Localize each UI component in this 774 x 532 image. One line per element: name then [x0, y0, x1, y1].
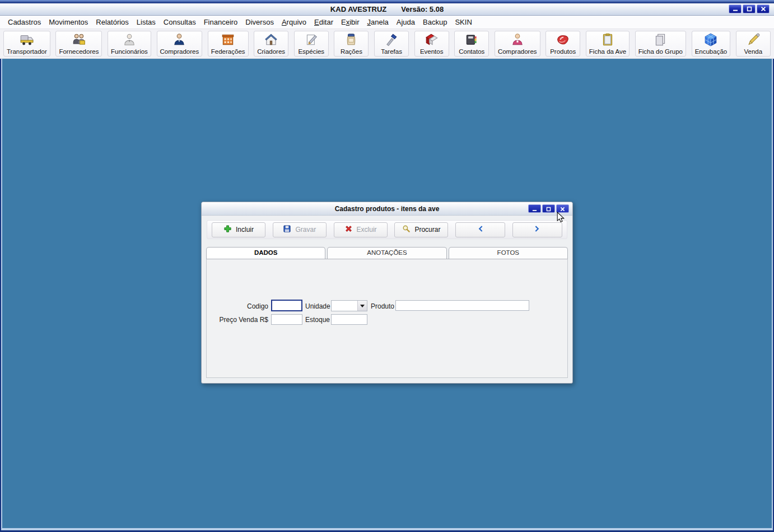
contacts-book-icon [464, 32, 479, 47]
main-window-title: KAD AVESTRUZVersão: 5.08 [0, 5, 774, 13]
toolbar-button-transportador[interactable]: Transportador [3, 31, 50, 57]
menu-item-backup[interactable]: Backup [419, 16, 451, 28]
sheets-icon [653, 32, 668, 47]
unidade-dropdown-button[interactable] [357, 301, 367, 311]
toolbar-button-ficha-da-ave[interactable]: Ficha da Ave [586, 31, 630, 57]
desktop-area: Cadastro produtos - itens da ave Incluir [1, 59, 773, 530]
menu-item-janela[interactable]: Janela [363, 16, 393, 28]
employee-icon [122, 32, 137, 47]
produto-input[interactable] [395, 300, 529, 311]
toolbar-button-label: Tarefas [381, 48, 402, 55]
toolbar-button-label: Compradores [160, 48, 199, 55]
menu-item-editar[interactable]: Editar [310, 16, 337, 28]
main-toolbar: TransportadorFornecedoresFuncionáriosCom… [0, 29, 774, 59]
menu-item-cadastros[interactable]: Cadastros [4, 16, 45, 28]
menu-item-diversos[interactable]: Diversos [241, 16, 278, 28]
menubar: CadastrosMovimentosRelatóriosListasConsu… [0, 16, 774, 29]
maximize-button[interactable] [743, 4, 756, 13]
toolbar-button-criadores[interactable]: Criadores [254, 31, 288, 57]
toolbar-button-compradores[interactable]: Compradores [157, 31, 203, 57]
toolbar-button-label: Eventos [420, 48, 444, 55]
toolbar-button-especies[interactable]: Espécies [294, 31, 329, 57]
main-window: KAD AVESTRUZVersão: 5.08 CadastrosMovime… [0, 0, 774, 532]
gravar-button[interactable]: Gravar [273, 222, 327, 237]
unidade-label: Unidade [305, 302, 329, 310]
chevron-left-icon [477, 225, 484, 234]
pencil-icon [746, 32, 761, 47]
procurar-button[interactable]: Procurar [394, 222, 448, 237]
preco-venda-input[interactable] [271, 314, 302, 325]
minimize-icon [733, 4, 738, 14]
menu-item-exibir[interactable]: Exibir [337, 16, 363, 28]
cube-icon [703, 32, 718, 47]
close-button[interactable] [757, 4, 770, 13]
maximize-icon [747, 4, 752, 14]
excluir-button[interactable]: Excluir [334, 222, 388, 237]
codigo-input[interactable] [271, 300, 302, 311]
procurar-label: Procurar [414, 226, 440, 234]
toolbar-button-produtos[interactable]: Produtos [545, 31, 580, 57]
menu-item-movimentos[interactable]: Movimentos [45, 16, 92, 28]
incluir-button[interactable]: Incluir [212, 222, 265, 237]
menu-item-financeiro[interactable]: Financeiro [200, 16, 242, 28]
toolbar-button-funcionarios[interactable]: Funcionários [108, 31, 151, 57]
estoque-input[interactable] [331, 314, 367, 325]
dialog-maximize-button[interactable] [542, 204, 555, 213]
red-book-icon [425, 32, 439, 47]
maximize-icon [546, 204, 551, 214]
close-icon [560, 204, 565, 214]
toolbar-button-eventos[interactable]: Eventos [414, 31, 449, 57]
dialog-window-controls [528, 204, 569, 213]
produto-label: Produto [371, 302, 393, 310]
previous-record-button[interactable] [455, 222, 505, 237]
delete-x-icon [344, 225, 353, 235]
menu-item-listas[interactable]: Listas [133, 16, 160, 28]
toolbar-button-label: Funcionários [111, 48, 148, 55]
truck-icon [20, 32, 34, 47]
toolbar-button-racoes[interactable]: Rações [334, 31, 369, 57]
toolbar-button-fornecedores[interactable]: Fornecedores [55, 31, 102, 57]
minimize-icon [532, 204, 537, 214]
dialog-minimize-button[interactable] [528, 204, 541, 213]
dialog-close-button[interactable] [556, 204, 569, 213]
tab-fotos[interactable]: FOTOS [449, 247, 568, 259]
toolbar-button-ficha-do-grupo[interactable]: Ficha do Grupo [635, 31, 686, 57]
buyer-pink-icon [510, 32, 525, 47]
toolbar-button-venda[interactable]: Venda [736, 31, 771, 57]
app-version: Versão: 5.08 [401, 5, 444, 13]
toolbar-button-label: Espécies [298, 48, 324, 55]
toolbar-button-contatos[interactable]: Contatos [454, 31, 489, 57]
menu-item-arquivo[interactable]: Arquivo [278, 16, 310, 28]
gravar-label: Gravar [295, 226, 316, 234]
screwdriver-icon [384, 32, 399, 47]
toolbar-button-label: Compradores [498, 48, 537, 55]
incluir-label: Incluir [236, 226, 254, 234]
house-icon [264, 32, 278, 47]
codigo-label: Codigo [222, 302, 268, 310]
dialog-tabs: DADOSANOTAÇÕESFOTOS [206, 247, 568, 259]
toolbar-button-label: Criadores [257, 48, 285, 55]
toolbar-button-label: Venda [744, 48, 762, 55]
toolbar-button-federacoes[interactable]: Federações [208, 31, 249, 57]
tab-dados[interactable]: DADOS [206, 247, 325, 259]
menu-item-ajuda[interactable]: Ajuda [393, 16, 419, 28]
unidade-select[interactable] [331, 300, 367, 311]
toolbar-button-compradores[interactable]: Compradores [495, 31, 540, 57]
clipboard-icon [600, 32, 615, 47]
minimize-button[interactable] [729, 4, 742, 13]
dialog-toolbar: Incluir Gravar Excluir Procurar [207, 220, 567, 239]
buyer-suit-icon [172, 32, 186, 47]
feed-jar-icon [344, 32, 358, 47]
preco-venda-label: Preço Venda R$ [215, 316, 268, 324]
next-record-button[interactable] [512, 222, 562, 237]
suppliers-icon [72, 32, 86, 47]
plus-icon [223, 225, 232, 235]
menu-item-relatorios[interactable]: Relatórios [92, 16, 133, 28]
menu-item-consultas[interactable]: Consultas [160, 16, 200, 28]
chevron-down-icon [360, 305, 365, 310]
menu-item-skin[interactable]: SKIN [451, 16, 475, 28]
tab-anotacoes[interactable]: ANOTAÇÕES [327, 247, 446, 259]
toolbar-button-encubacao[interactable]: Encubação [692, 31, 731, 57]
unidade-select-value [332, 301, 357, 311]
toolbar-button-tarefas[interactable]: Tarefas [374, 31, 409, 57]
